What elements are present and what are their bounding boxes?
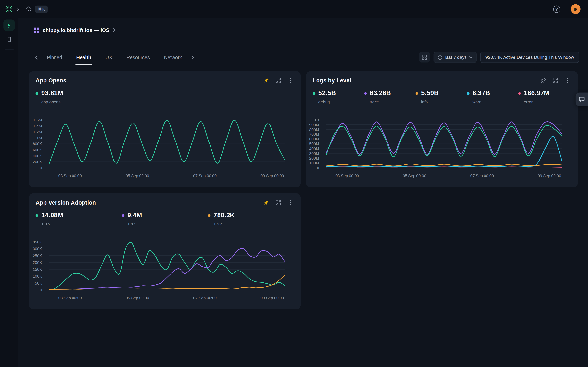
x-tick-label: 07 Sep 00:00 xyxy=(470,173,494,178)
topbar-right: ? IP xyxy=(553,4,580,14)
clock-icon xyxy=(438,55,442,60)
left-sidebar xyxy=(0,18,18,367)
series-dot xyxy=(467,92,469,94)
y-tick-label: 400M xyxy=(309,146,319,151)
y-tick-label: 350K xyxy=(33,240,42,244)
pin-icon[interactable] xyxy=(263,200,269,206)
breadcrumb[interactable]: chippy.io.bitdrift.ios — iOS xyxy=(34,25,115,34)
metric: 52.5Bdebug xyxy=(313,90,364,104)
metric-label: trace xyxy=(370,100,415,104)
y-axis: 1.6M1.4M1.2M1M800K600K400K200K0 xyxy=(29,120,45,168)
tab-ux[interactable]: UX xyxy=(105,52,113,62)
metric-value: 52.5B xyxy=(318,90,336,97)
y-tick-label: 0 xyxy=(40,288,42,292)
pin-icon[interactable] xyxy=(540,77,546,83)
sidebar-item-devices[interactable] xyxy=(3,34,15,45)
chart-area: 1B900M800M700M600M500M400M300M200M100M0 … xyxy=(306,120,565,182)
active-devices-badge: 920.34K Active Devices During This Windo… xyxy=(481,52,579,63)
metric-label: info xyxy=(421,100,467,104)
app-viewport: ⌘K ? IP xyxy=(0,0,588,367)
plot[interactable] xyxy=(49,242,285,290)
y-axis: 1B900M800M700M600M500M400M300M200M100M0 xyxy=(306,120,322,168)
series-dot xyxy=(122,214,124,217)
x-axis: 03 Sep 00:0005 Sep 00:0007 Sep 00:0009 S… xyxy=(49,296,285,301)
expand-icon[interactable] xyxy=(552,77,558,83)
x-tick-label: 03 Sep 00:00 xyxy=(335,173,359,178)
y-tick-label: 200M xyxy=(309,156,319,160)
y-tick-label: 1.6M xyxy=(33,118,42,122)
x-tick-label: 05 Sep 00:00 xyxy=(126,173,149,178)
kebab-menu-icon[interactable] xyxy=(287,77,294,83)
time-range-select[interactable]: last 7 days xyxy=(433,52,477,63)
card-logs-by-level: Logs by Level 52.5Bdebug63.26Btrace5.59B… xyxy=(306,71,578,187)
chart-svg xyxy=(49,242,285,290)
metric-value: 9.4M xyxy=(127,212,142,219)
metric: 780.2K1.3.4 xyxy=(208,212,294,226)
sidebar-divider xyxy=(5,50,14,50)
x-axis: 03 Sep 00:0005 Sep 00:0007 Sep 00:0009 S… xyxy=(49,173,285,179)
x-tick-label: 07 Sep 00:00 xyxy=(193,173,217,178)
metric: 5.59Binfo xyxy=(415,90,467,104)
app-logo[interactable] xyxy=(0,5,18,13)
sidebar-item-performance[interactable] xyxy=(3,19,15,31)
y-tick-label: 300M xyxy=(309,151,319,156)
chevron-down-icon xyxy=(469,56,473,58)
expand-icon[interactable] xyxy=(275,77,281,83)
sidebar-expand-icon[interactable] xyxy=(17,7,19,11)
search-control[interactable]: ⌘K xyxy=(26,6,48,13)
card-app-version-adoption: App Version Adoption 14.08M1.3.29.4M1.3.… xyxy=(29,193,301,309)
search-shortcut-badge: ⌘K xyxy=(35,6,48,13)
y-tick-label: 1.2M xyxy=(33,130,42,134)
card-header: App Opens xyxy=(29,71,301,83)
series-dot xyxy=(36,92,38,94)
y-tick-label: 700M xyxy=(309,132,319,136)
plot[interactable] xyxy=(326,120,562,168)
y-tick-label: 200K xyxy=(33,159,42,164)
metrics-row: 14.08M1.3.29.4M1.3.3780.2K1.3.4 xyxy=(29,212,301,226)
y-tick-label: 1.4M xyxy=(33,124,42,128)
starburst-logo-icon xyxy=(5,5,13,13)
y-tick-label: 200K xyxy=(33,260,42,265)
metric-label: 1.3.2 xyxy=(41,222,122,226)
metric: 6.37Bwarn xyxy=(467,90,518,104)
tab-network[interactable]: Network xyxy=(163,52,183,62)
metric: 63.26Btrace xyxy=(364,90,415,104)
tabs-scroll-left-icon[interactable] xyxy=(34,54,39,61)
x-tick-label: 05 Sep 00:00 xyxy=(403,173,426,178)
kebab-menu-icon[interactable] xyxy=(564,77,570,83)
chat-bubble-icon xyxy=(579,96,585,103)
series-dot xyxy=(364,92,367,94)
tab-health[interactable]: Health xyxy=(76,52,92,62)
metrics-row: 52.5Bdebug63.26Btrace5.59Binfo6.37Bwarn1… xyxy=(306,90,578,104)
y-tick-label: 600K xyxy=(33,148,42,152)
chart-svg xyxy=(326,120,562,168)
app-id-title: chippy.io.bitdrift.ios — iOS xyxy=(43,27,109,33)
metric-label: 1.3.3 xyxy=(127,222,208,226)
y-tick-label: 600M xyxy=(309,137,319,141)
avatar[interactable]: IP xyxy=(571,4,580,14)
x-tick-label: 09 Sep 00:00 xyxy=(260,173,284,178)
tab-pinned[interactable]: Pinned xyxy=(46,52,63,62)
y-tick-label: 500M xyxy=(309,142,319,146)
x-axis: 03 Sep 00:0005 Sep 00:0007 Sep 00:0009 S… xyxy=(326,173,562,179)
tab-resources[interactable]: Resources xyxy=(126,52,151,62)
y-tick-label: 150K xyxy=(33,267,42,271)
metric: 166.97Merror xyxy=(518,90,570,104)
tabs-scroll-right-icon[interactable] xyxy=(190,54,196,61)
card-actions xyxy=(540,77,570,83)
lightning-bolt-icon xyxy=(6,22,12,28)
kebab-menu-icon[interactable] xyxy=(287,200,294,206)
expand-icon[interactable] xyxy=(275,200,281,206)
feedback-chat-button[interactable] xyxy=(576,92,588,106)
tab-bar: Pinned Health UX Resources Network xyxy=(34,52,579,63)
y-tick-label: 100M xyxy=(309,161,319,165)
plot[interactable] xyxy=(49,120,285,168)
help-icon[interactable]: ? xyxy=(553,6,560,13)
y-axis: 350K300K250K200K150K100K50K0 xyxy=(29,242,45,290)
card-title: App Version Adoption xyxy=(36,199,96,206)
pin-icon[interactable] xyxy=(263,77,269,83)
y-tick-label: 250K xyxy=(33,253,42,258)
layout-grid-button[interactable] xyxy=(419,52,430,63)
chart-area: 350K300K250K200K150K100K50K0 03 Sep 00:0… xyxy=(29,242,287,304)
chart-svg xyxy=(49,120,285,168)
